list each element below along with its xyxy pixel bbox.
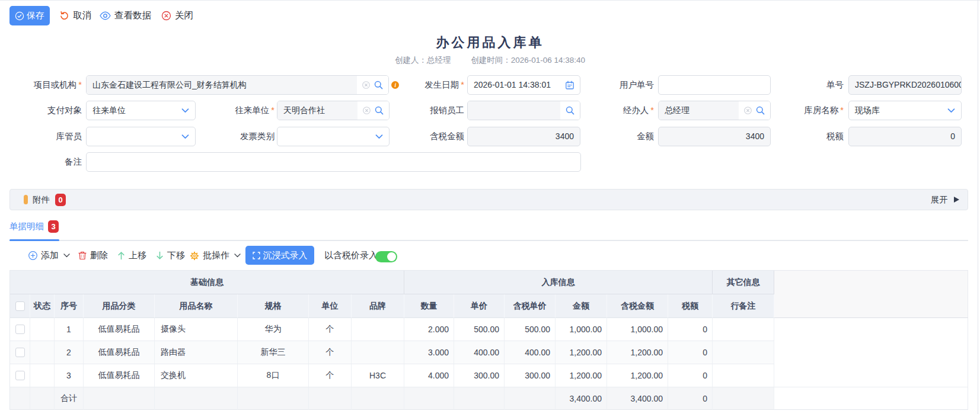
cell[interactable]: 交换机 xyxy=(155,364,238,387)
cell[interactable]: 2.000 xyxy=(404,318,454,341)
cell[interactable] xyxy=(713,341,774,364)
cell[interactable] xyxy=(352,341,404,364)
immersive-entry-button[interactable]: 沉浸式录入 xyxy=(245,246,314,265)
cell[interactable] xyxy=(713,318,774,341)
invoice-type-select[interactable] xyxy=(277,127,390,146)
pay-target-select[interactable]: 往来单位 xyxy=(86,101,196,120)
search-icon[interactable] xyxy=(375,106,384,115)
project-field[interactable]: 山东金石建设工程有限公司_财务结算机构 xyxy=(86,75,389,95)
row-spacer xyxy=(774,318,968,341)
tab-detail[interactable]: 单据明细 3 xyxy=(9,220,59,233)
attachments-bar[interactable]: 附件 0 展开 xyxy=(9,189,968,210)
move-down-label: 下移 xyxy=(167,250,185,261)
cell[interactable]: 低值易耗品 xyxy=(84,341,155,364)
attachments-count-badge: 0 xyxy=(55,194,66,206)
column-header: 金额 xyxy=(556,294,607,318)
order-no-field[interactable]: JSZJ-BGYPRKD20260106001 xyxy=(848,75,962,95)
add-button[interactable]: 添加 xyxy=(28,246,70,265)
counterparty-field[interactable]: 天明合作社 xyxy=(277,101,390,120)
clear-icon[interactable] xyxy=(363,107,371,114)
cell[interactable]: 低值易耗品 xyxy=(84,318,155,341)
column-header: 行备注 xyxy=(713,294,774,318)
cell[interactable]: 1,200.00 xyxy=(556,341,607,364)
cancel-button[interactable]: 取消 xyxy=(59,6,91,25)
expand-button[interactable]: 展开 xyxy=(931,194,959,206)
footer-cell xyxy=(10,387,30,410)
occur-date-field[interactable]: 2026-01-01 14:38:01 xyxy=(467,75,580,95)
remark-field[interactable] xyxy=(86,152,581,172)
amount-field[interactable]: 3400 xyxy=(658,127,771,146)
search-icon[interactable] xyxy=(756,106,765,115)
cell[interactable]: 1,000.00 xyxy=(556,318,607,341)
batch-ops-button[interactable]: 批操作 xyxy=(190,246,241,265)
delete-label: 删除 xyxy=(90,250,108,261)
cell[interactable]: 500.00 xyxy=(454,318,505,341)
cell[interactable] xyxy=(30,341,55,364)
footer-row: 合计3,400.003,400.000 xyxy=(10,387,968,410)
cell[interactable]: 个 xyxy=(309,341,352,364)
cell[interactable]: 1,200.00 xyxy=(607,364,668,387)
close-button[interactable]: 关闭 xyxy=(161,6,193,25)
cell[interactable]: 1,200.00 xyxy=(607,341,668,364)
cell[interactable]: 新华三 xyxy=(238,341,309,364)
cell[interactable]: 0 xyxy=(668,364,713,387)
cell[interactable]: 400.00 xyxy=(505,341,556,364)
cell[interactable] xyxy=(30,364,55,387)
cell[interactable]: 0 xyxy=(668,341,713,364)
clear-icon[interactable] xyxy=(362,81,370,89)
delete-button[interactable]: 删除 xyxy=(78,246,108,265)
cell[interactable]: 1,200.00 xyxy=(556,364,607,387)
tax-entry-toggle[interactable] xyxy=(375,251,397,262)
select-all-checkbox[interactable] xyxy=(15,301,25,311)
creator-line: 创建人：总经理 创建时间：2026-01-06 14:38:40 xyxy=(0,55,980,66)
view-data-button[interactable]: 查看数据 xyxy=(100,6,151,25)
handler-field[interactable]: 总经理 xyxy=(658,101,771,120)
footer-cell: 合计 xyxy=(55,387,84,410)
save-button[interactable]: 保存 xyxy=(9,6,50,25)
tax-incl-amount-field[interactable]: 3400 xyxy=(467,127,580,146)
creator: 创建人：总经理 xyxy=(395,56,451,65)
warehouse-select[interactable]: 现场库 xyxy=(848,101,962,120)
cell[interactable]: 个 xyxy=(309,364,352,387)
cell[interactable]: 摄像头 xyxy=(155,318,238,341)
cell[interactable]: 低值易耗品 xyxy=(84,364,155,387)
cell[interactable]: 3 xyxy=(55,364,84,387)
cell[interactable]: 4.000 xyxy=(404,364,454,387)
cell[interactable]: 2 xyxy=(55,341,84,364)
invoice-type-label: 发票类别 xyxy=(199,127,274,146)
cell[interactable]: 华为 xyxy=(238,318,309,341)
cell[interactable] xyxy=(30,318,55,341)
user-order-no-field[interactable] xyxy=(658,75,771,95)
cell[interactable]: 1,000.00 xyxy=(607,318,668,341)
row-checkbox[interactable] xyxy=(15,371,25,380)
cell[interactable]: 0 xyxy=(668,318,713,341)
row-checkbox[interactable] xyxy=(15,325,25,334)
column-header: 品牌 xyxy=(352,294,404,318)
search-icon[interactable] xyxy=(566,106,574,115)
clear-icon[interactable] xyxy=(744,107,752,114)
storekeeper-select[interactable] xyxy=(86,127,196,146)
cell[interactable] xyxy=(352,318,404,341)
cell[interactable]: H3C xyxy=(352,364,404,387)
cell[interactable] xyxy=(713,364,774,387)
cell[interactable]: 500.00 xyxy=(505,318,556,341)
row-checkbox[interactable] xyxy=(15,348,25,357)
move-up-button[interactable]: 上移 xyxy=(117,246,146,265)
move-down-button[interactable]: 下移 xyxy=(156,246,185,265)
search-icon[interactable] xyxy=(374,81,383,89)
storekeeper-value xyxy=(87,127,181,146)
footer-cell xyxy=(454,387,505,410)
cell[interactable]: 8口 xyxy=(238,364,309,387)
expand-label: 展开 xyxy=(931,194,948,206)
cell[interactable]: 个 xyxy=(309,318,352,341)
cell[interactable]: 300.00 xyxy=(505,364,556,387)
reimburse-employee-field[interactable] xyxy=(467,101,580,120)
cell[interactable]: 400.00 xyxy=(454,341,505,364)
calendar-icon[interactable] xyxy=(565,81,574,90)
cell[interactable]: 路由器 xyxy=(155,341,238,364)
eye-icon xyxy=(100,11,111,20)
cell[interactable]: 3.000 xyxy=(404,341,454,364)
tax-amount-field[interactable]: 0 xyxy=(848,127,962,146)
cell[interactable]: 300.00 xyxy=(454,364,505,387)
cell[interactable]: 1 xyxy=(55,318,84,341)
